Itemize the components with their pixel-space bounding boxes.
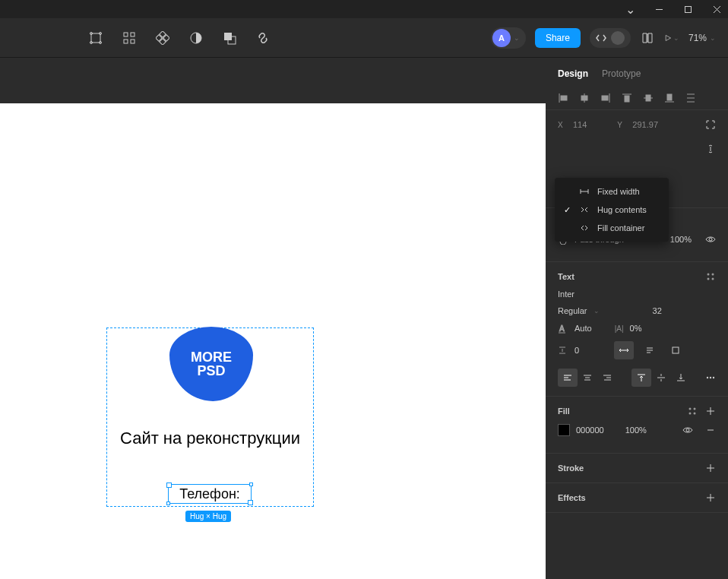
close-icon[interactable] <box>711 4 722 14</box>
align-hcenter-icon[interactable] <box>579 93 590 103</box>
fill-opacity-field[interactable]: 100% <box>625 426 647 435</box>
fit-icon[interactable] <box>705 119 716 130</box>
svg-point-64 <box>710 377 711 378</box>
logo[interactable]: MORE PSD <box>169 327 253 401</box>
paragraph-spacing-field[interactable]: 0 <box>558 341 579 359</box>
site-title-text[interactable]: Сайт на реконструкции <box>107 429 313 448</box>
grid-tool-icon[interactable] <box>122 30 137 46</box>
svg-rect-31 <box>667 94 672 100</box>
option-hug-contents[interactable]: ✓ Hug contents <box>555 201 669 219</box>
selected-text-layer[interactable]: Телефон: <box>168 484 252 504</box>
text-align-right-button[interactable] <box>597 369 617 387</box>
text-valign-middle-button[interactable] <box>651 369 671 387</box>
line-height-field[interactable]: AAuto <box>558 323 592 334</box>
svg-rect-1 <box>685 6 691 12</box>
align-right-icon[interactable] <box>600 93 611 103</box>
eye-icon[interactable] <box>682 425 693 435</box>
svg-rect-50 <box>673 347 679 353</box>
font-size-field[interactable]: 32 <box>653 306 662 315</box>
width-sizing-dropdown: Fixed width ✓ Hug contents Fill containe… <box>555 178 669 242</box>
x-position-field[interactable]: X 114 <box>558 120 587 129</box>
align-top-icon[interactable] <box>622 93 632 103</box>
toggle-knob <box>611 31 625 45</box>
more-icon[interactable] <box>705 372 716 383</box>
svg-text:A: A <box>559 324 565 333</box>
svg-point-72 <box>686 429 689 432</box>
text-valign-bottom-button[interactable] <box>671 369 691 387</box>
svg-rect-12 <box>131 40 135 43</box>
svg-rect-21 <box>561 96 567 100</box>
maximize-icon[interactable] <box>682 4 693 14</box>
svg-point-42 <box>712 278 714 280</box>
align-left-icon[interactable] <box>558 93 568 103</box>
plus-icon[interactable] <box>705 463 716 473</box>
svg-rect-10 <box>131 33 135 36</box>
link-tool-icon[interactable] <box>255 30 271 46</box>
option-fixed-width[interactable]: Fixed width <box>555 182 669 201</box>
svg-point-67 <box>694 408 696 410</box>
align-bottom-icon[interactable] <box>664 93 675 103</box>
align-vcenter-icon[interactable] <box>643 93 654 103</box>
font-family-dropdown[interactable]: Inter <box>558 290 574 299</box>
eye-icon[interactable] <box>705 234 716 245</box>
text-valign-top-button[interactable] <box>631 369 651 387</box>
logo-text-line1: MORE <box>191 350 232 364</box>
svg-rect-9 <box>124 33 128 36</box>
link-constraint-icon[interactable] <box>705 144 716 154</box>
y-position-field[interactable]: Y 291.97 <box>617 120 658 129</box>
mask-tool-icon[interactable] <box>188 30 204 46</box>
svg-rect-23 <box>581 96 587 100</box>
auto-height-button[interactable] <box>640 341 660 359</box>
code-icon <box>596 33 606 43</box>
minus-icon[interactable] <box>705 425 716 435</box>
minimize-icon[interactable] <box>654 4 664 14</box>
auto-width-button[interactable] <box>614 341 634 359</box>
avatar-dropdown[interactable]: A ⌄ <box>491 27 526 49</box>
letter-spacing-field[interactable]: |A|0% <box>615 323 642 334</box>
frame-tool-icon[interactable] <box>88 30 103 46</box>
line-height-icon: A <box>558 323 568 334</box>
text-align-left-button[interactable] <box>558 369 578 387</box>
text-align-center-button[interactable] <box>578 369 597 387</box>
component-tool-icon[interactable] <box>155 30 170 46</box>
selection-handle[interactable] <box>166 501 170 505</box>
svg-point-40 <box>712 274 714 276</box>
tab-design[interactable]: Design <box>558 68 588 79</box>
play-icon[interactable]: ⌄ <box>664 30 679 46</box>
svg-point-65 <box>713 377 714 378</box>
properties-panel: Design Prototype X 114 Y 291.97 <box>546 58 728 579</box>
zoom-dropdown[interactable]: 71%⌄ <box>688 33 716 43</box>
top-toolbar: A ⌄ Share ⌄ 71%⌄ <box>0 18 728 58</box>
fixed-size-button[interactable] <box>666 341 685 359</box>
svg-rect-11 <box>124 40 128 43</box>
option-fill-container[interactable]: Fill container <box>555 219 669 237</box>
size-badge: Hug × Hug <box>185 511 231 522</box>
selection-handle[interactable] <box>249 482 253 486</box>
plus-icon[interactable] <box>705 406 716 416</box>
dev-mode-toggle[interactable] <box>590 28 631 48</box>
svg-point-63 <box>707 377 708 378</box>
effects-section-title: Effects <box>558 493 586 502</box>
library-icon[interactable] <box>640 30 655 46</box>
svg-point-41 <box>707 278 710 280</box>
distribute-icon[interactable] <box>685 93 696 103</box>
window-titlebar: ⌄ <box>0 0 728 18</box>
canvas[interactable]: MORE PSD Сайт на реконструкции Телефон: … <box>0 58 546 579</box>
fill-hex-field[interactable]: 000000 <box>576 426 604 435</box>
boolean-tool-icon[interactable] <box>222 30 237 46</box>
fixed-width-icon <box>579 186 590 197</box>
share-button[interactable]: Share <box>535 28 581 48</box>
font-weight-dropdown[interactable]: Regular⌄ <box>558 306 600 315</box>
fill-section-title: Fill <box>558 407 570 416</box>
tab-prototype[interactable]: Prototype <box>602 68 641 79</box>
plus-icon[interactable] <box>705 492 716 503</box>
svg-rect-4 <box>91 33 100 43</box>
svg-point-39 <box>707 274 710 276</box>
fill-color-swatch[interactable] <box>558 424 570 436</box>
selected-frame[interactable]: MORE PSD Сайт на реконструкции Телефон: … <box>106 327 314 507</box>
chevron-down-icon[interactable]: ⌄ <box>625 4 635 14</box>
layer-opacity-field[interactable]: 100% <box>670 235 692 244</box>
style-icon[interactable] <box>705 271 716 282</box>
alignment-row <box>546 87 728 110</box>
style-icon[interactable] <box>687 406 698 416</box>
